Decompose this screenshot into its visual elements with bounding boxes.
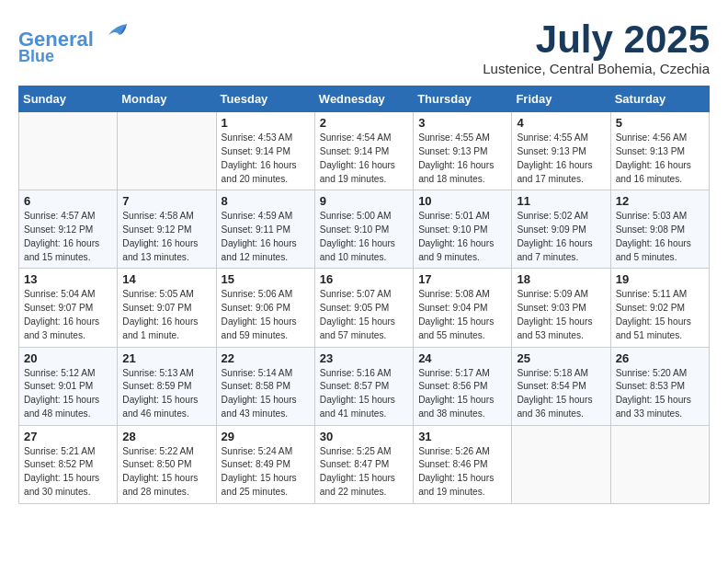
weekday-header: Thursday: [414, 86, 512, 112]
calendar-cell: 29Sunrise: 5:24 AM Sunset: 8:49 PM Dayli…: [216, 425, 314, 503]
calendar-cell: 5Sunrise: 4:56 AM Sunset: 9:13 PM Daylig…: [610, 112, 709, 190]
day-info: Sunrise: 5:22 AM Sunset: 8:50 PM Dayligh…: [122, 445, 210, 500]
calendar-cell: 9Sunrise: 5:00 AM Sunset: 9:10 PM Daylig…: [314, 190, 413, 269]
logo-bird-icon: [101, 18, 129, 46]
day-number: 20: [24, 351, 112, 365]
day-number: 13: [24, 272, 112, 286]
calendar-cell: 21Sunrise: 5:13 AM Sunset: 8:59 PM Dayli…: [118, 347, 216, 425]
day-info: Sunrise: 5:18 AM Sunset: 8:54 PM Dayligh…: [517, 367, 605, 421]
day-info: Sunrise: 4:56 AM Sunset: 9:13 PM Dayligh…: [616, 132, 704, 186]
day-number: 9: [320, 194, 408, 208]
day-number: 2: [320, 116, 408, 130]
day-info: Sunrise: 5:17 AM Sunset: 8:56 PM Dayligh…: [418, 367, 506, 421]
day-info: Sunrise: 5:04 AM Sunset: 9:07 PM Dayligh…: [24, 288, 112, 342]
day-number: 31: [418, 430, 506, 443]
day-number: 10: [418, 194, 506, 208]
day-number: 8: [222, 194, 310, 208]
day-info: Sunrise: 5:11 AM Sunset: 9:02 PM Dayligh…: [616, 288, 704, 342]
calendar-cell: 11Sunrise: 5:02 AM Sunset: 9:09 PM Dayli…: [512, 190, 610, 269]
calendar-table: SundayMondayTuesdayWednesdayThursdayFrid…: [18, 86, 710, 504]
day-number: 7: [122, 194, 210, 208]
calendar-week-row: 13Sunrise: 5:04 AM Sunset: 9:07 PM Dayli…: [19, 269, 710, 347]
day-info: Sunrise: 5:26 AM Sunset: 8:46 PM Dayligh…: [418, 445, 506, 500]
weekday-header: Wednesday: [314, 86, 413, 112]
weekday-header: Sunday: [19, 86, 118, 112]
day-info: Sunrise: 5:24 AM Sunset: 8:49 PM Dayligh…: [222, 445, 310, 500]
day-number: 25: [517, 351, 605, 365]
calendar-cell: 18Sunrise: 5:09 AM Sunset: 9:03 PM Dayli…: [512, 269, 610, 347]
weekday-header: Tuesday: [216, 86, 314, 112]
calendar-week-row: 1Sunrise: 4:53 AM Sunset: 9:14 PM Daylig…: [19, 112, 710, 190]
day-info: Sunrise: 4:55 AM Sunset: 9:13 PM Dayligh…: [517, 132, 605, 186]
page-header: General Blue July 2025 Lustenice, Centra…: [18, 18, 710, 76]
day-number: 18: [517, 272, 605, 286]
calendar-header-row: SundayMondayTuesdayWednesdayThursdayFrid…: [19, 86, 710, 112]
calendar-cell: 15Sunrise: 5:06 AM Sunset: 9:06 PM Dayli…: [216, 269, 314, 347]
calendar-cell: 6Sunrise: 4:57 AM Sunset: 9:12 PM Daylig…: [19, 190, 118, 269]
location: Lustenice, Central Bohemia, Czechia: [483, 61, 710, 76]
calendar-cell: 30Sunrise: 5:25 AM Sunset: 8:47 PM Dayli…: [314, 425, 413, 503]
day-info: Sunrise: 5:00 AM Sunset: 9:10 PM Dayligh…: [320, 210, 408, 264]
day-info: Sunrise: 4:53 AM Sunset: 9:14 PM Dayligh…: [222, 132, 310, 186]
day-number: 28: [122, 430, 210, 443]
logo-text: General: [18, 18, 129, 51]
day-number: 30: [320, 430, 408, 443]
month-title: July 2025: [483, 18, 710, 61]
calendar-cell: [512, 425, 610, 503]
calendar-week-row: 6Sunrise: 4:57 AM Sunset: 9:12 PM Daylig…: [19, 190, 710, 269]
calendar-cell: 25Sunrise: 5:18 AM Sunset: 8:54 PM Dayli…: [512, 347, 610, 425]
weekday-header: Friday: [512, 86, 610, 112]
calendar-cell: 22Sunrise: 5:14 AM Sunset: 8:58 PM Dayli…: [216, 347, 314, 425]
calendar-cell: 10Sunrise: 5:01 AM Sunset: 9:10 PM Dayli…: [414, 190, 512, 269]
calendar-cell: 27Sunrise: 5:21 AM Sunset: 8:52 PM Dayli…: [19, 425, 118, 503]
calendar-cell: 31Sunrise: 5:26 AM Sunset: 8:46 PM Dayli…: [414, 425, 512, 503]
day-number: 12: [616, 194, 704, 208]
calendar-cell: 7Sunrise: 4:58 AM Sunset: 9:12 PM Daylig…: [118, 190, 216, 269]
title-block: July 2025 Lustenice, Central Bohemia, Cz…: [483, 18, 710, 76]
day-info: Sunrise: 5:25 AM Sunset: 8:47 PM Dayligh…: [320, 445, 408, 500]
day-info: Sunrise: 5:12 AM Sunset: 9:01 PM Dayligh…: [24, 367, 112, 421]
day-number: 24: [418, 351, 506, 365]
day-number: 21: [122, 351, 210, 365]
day-number: 3: [418, 116, 506, 130]
calendar-cell: 4Sunrise: 4:55 AM Sunset: 9:13 PM Daylig…: [512, 112, 610, 190]
calendar-cell: 17Sunrise: 5:08 AM Sunset: 9:04 PM Dayli…: [414, 269, 512, 347]
day-number: 5: [616, 116, 704, 130]
calendar-week-row: 27Sunrise: 5:21 AM Sunset: 8:52 PM Dayli…: [19, 425, 710, 503]
day-info: Sunrise: 5:21 AM Sunset: 8:52 PM Dayligh…: [24, 445, 112, 500]
day-info: Sunrise: 4:55 AM Sunset: 9:13 PM Dayligh…: [418, 132, 506, 186]
day-number: 29: [222, 430, 310, 443]
calendar-cell: 24Sunrise: 5:17 AM Sunset: 8:56 PM Dayli…: [414, 347, 512, 425]
calendar-cell: 13Sunrise: 5:04 AM Sunset: 9:07 PM Dayli…: [19, 269, 118, 347]
calendar-cell: [118, 112, 216, 190]
logo: General Blue: [18, 18, 129, 66]
day-info: Sunrise: 5:06 AM Sunset: 9:06 PM Dayligh…: [222, 288, 310, 342]
day-number: 23: [320, 351, 408, 365]
day-number: 22: [222, 351, 310, 365]
day-info: Sunrise: 5:09 AM Sunset: 9:03 PM Dayligh…: [517, 288, 605, 342]
calendar-cell: 28Sunrise: 5:22 AM Sunset: 8:50 PM Dayli…: [118, 425, 216, 503]
day-info: Sunrise: 5:01 AM Sunset: 9:10 PM Dayligh…: [418, 210, 506, 264]
day-info: Sunrise: 5:07 AM Sunset: 9:05 PM Dayligh…: [320, 288, 408, 342]
day-number: 1: [222, 116, 310, 130]
calendar-cell: 1Sunrise: 4:53 AM Sunset: 9:14 PM Daylig…: [216, 112, 314, 190]
day-number: 16: [320, 272, 408, 286]
day-number: 11: [517, 194, 605, 208]
calendar-cell: 3Sunrise: 4:55 AM Sunset: 9:13 PM Daylig…: [414, 112, 512, 190]
weekday-header: Saturday: [610, 86, 709, 112]
calendar-cell: 8Sunrise: 4:59 AM Sunset: 9:11 PM Daylig…: [216, 190, 314, 269]
day-info: Sunrise: 5:16 AM Sunset: 8:57 PM Dayligh…: [320, 367, 408, 421]
calendar-cell: 26Sunrise: 5:20 AM Sunset: 8:53 PM Dayli…: [610, 347, 709, 425]
calendar-cell: 20Sunrise: 5:12 AM Sunset: 9:01 PM Dayli…: [19, 347, 118, 425]
day-number: 14: [122, 272, 210, 286]
calendar-cell: 19Sunrise: 5:11 AM Sunset: 9:02 PM Dayli…: [610, 269, 709, 347]
day-info: Sunrise: 5:02 AM Sunset: 9:09 PM Dayligh…: [517, 210, 605, 264]
day-number: 17: [418, 272, 506, 286]
calendar-cell: [19, 112, 118, 190]
day-info: Sunrise: 5:14 AM Sunset: 8:58 PM Dayligh…: [222, 367, 310, 421]
calendar-cell: [610, 425, 709, 503]
calendar-cell: 23Sunrise: 5:16 AM Sunset: 8:57 PM Dayli…: [314, 347, 413, 425]
day-info: Sunrise: 5:20 AM Sunset: 8:53 PM Dayligh…: [616, 367, 704, 421]
day-info: Sunrise: 5:03 AM Sunset: 9:08 PM Dayligh…: [616, 210, 704, 264]
day-info: Sunrise: 4:58 AM Sunset: 9:12 PM Dayligh…: [122, 210, 210, 264]
